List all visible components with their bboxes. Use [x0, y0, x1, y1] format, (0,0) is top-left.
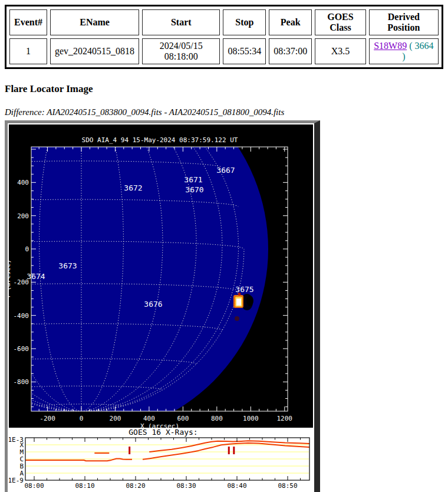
- flare-faint-spot: [235, 316, 239, 321]
- difference-caption: Difference: AIA20240515_083800_0094.fits…: [5, 107, 443, 117]
- flare-locator-heading: Flare Locator Image: [5, 83, 443, 95]
- event-cell-goes_class: X3.5: [315, 38, 366, 64]
- event-marker-bar: [228, 447, 230, 454]
- aia-x-tick-label: -200: [39, 415, 55, 422]
- region-label-3672: 3672: [124, 183, 142, 192]
- flare-locator-image-frame: 36673671367036723673367436753676SDO AIA_…: [5, 120, 320, 492]
- goes-title: GOES 16 X-Rays:: [129, 428, 197, 437]
- goes-x-tick-label-08:50: 08:50: [278, 482, 297, 490]
- event-cell-start: 2024/05/15 08:18:00: [142, 38, 220, 64]
- event-table-header-row: Event#ENameStartStopPeakGOES ClassDerive…: [9, 9, 439, 35]
- goes-x-tick-label-08:00: 08:00: [24, 482, 44, 490]
- column-header-0: Event#: [9, 9, 47, 35]
- flare-core: [236, 299, 241, 306]
- column-header-4: Peak: [269, 9, 312, 35]
- goes-x-tick-label-08:10: 08:10: [75, 482, 94, 490]
- region-label-3676: 3676: [144, 300, 162, 309]
- aia-y-tick-label: -200: [14, 278, 29, 286]
- aia-y-tick-label: 200: [17, 212, 29, 220]
- aia-x-tick-label: 400: [143, 415, 155, 422]
- region-label-3671: 3671: [184, 175, 202, 184]
- aia-y-tick-label: -600: [14, 345, 29, 353]
- derived-position-link[interactable]: S18W89: [374, 41, 407, 51]
- aia-y-tick-label: -400: [14, 312, 29, 320]
- aia-title: SDO AIA_4 94 15-May-2024 08:37:59.122 UT: [82, 136, 238, 144]
- goes-x-tick-label-08:30: 08:30: [176, 482, 196, 490]
- aia-y-tick-label: 400: [17, 179, 29, 186]
- aia-y-tick-label: 0: [25, 245, 29, 253]
- region-label-3673: 3673: [58, 261, 77, 270]
- event-marker-bar: [233, 447, 235, 454]
- aia-x-tick-label: 800: [211, 415, 223, 422]
- event-cell-peak: 08:37:00: [269, 38, 312, 64]
- column-header-6: Derived Position: [369, 9, 439, 35]
- event-cell-derived-position: S18W89 ( 3664 ): [369, 38, 439, 64]
- region-label-3670: 3670: [185, 185, 203, 194]
- goes-x-tick-label-08:40: 08:40: [227, 482, 246, 490]
- region-label-3675: 3675: [235, 285, 253, 294]
- event-table: Event#ENameStartStopPeakGOES ClassDerive…: [5, 5, 443, 69]
- event-cell-stop: 08:55:34: [223, 38, 266, 64]
- region-label-3667: 3667: [216, 166, 235, 175]
- aia-x-tick-label: 600: [177, 415, 189, 422]
- flare-locator-image: 36673671367036723673367436753676SDO AIA_…: [9, 124, 313, 492]
- column-header-2: Start: [142, 9, 220, 35]
- event-marker-bar: [129, 447, 130, 454]
- column-header-1: EName: [50, 9, 139, 35]
- aia-x-tick-label: 0: [80, 415, 84, 422]
- event-table-data-row: 1gev_20240515_08182024/05/15 08:18:0008:…: [9, 38, 439, 64]
- aia-y-axis-title: Y (arcsec): [9, 260, 12, 299]
- column-header-3: Stop: [223, 9, 266, 35]
- aia-x-tick-label: 1200: [277, 415, 293, 422]
- event-cell-ename: gev_20240515_0818: [50, 38, 139, 64]
- flare-shadow-core: [246, 296, 253, 306]
- goes-x-tick-label-08:20: 08:20: [126, 482, 145, 490]
- derived-position-region: ( 3664 ): [402, 41, 433, 61]
- goes-y-label-1E-9: 1E-9: [9, 477, 24, 484]
- column-header-5: GOES Class: [315, 9, 366, 35]
- aia-x-tick-label: 200: [110, 415, 121, 422]
- region-label-3674: 3674: [27, 272, 45, 281]
- aia-y-tick-label: -800: [14, 378, 29, 386]
- event-cell-event_num: 1: [9, 38, 47, 64]
- aia-x-tick-label: 1000: [243, 415, 259, 422]
